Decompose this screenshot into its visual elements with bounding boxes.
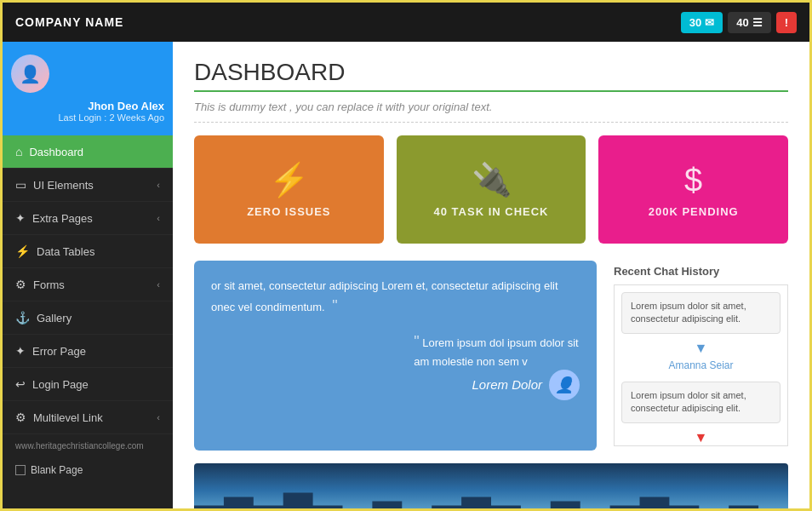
pending-icon: $: [684, 162, 702, 198]
bottom-row: or sit amet, consectetur adipiscing Lore…: [194, 261, 788, 451]
sidebar-item-extra-left: ✦ Extra Pages: [15, 211, 93, 225]
task-badge[interactable]: 40 ☰: [728, 12, 770, 33]
chat-panel: Recent Chat History Lorem ipsum dolor si…: [609, 261, 788, 451]
testimonial-author: Lorem Dolor 👤: [211, 370, 580, 400]
alert-badge[interactable]: !: [776, 12, 797, 33]
sidebar-blank-page[interactable]: Blank Page: [3, 457, 173, 483]
stat-card-tasks[interactable]: 🔌 40 TASK IN CHECK: [397, 135, 586, 244]
stat-card-pending-label: 200K PENDING: [649, 205, 739, 218]
main-layout: 👤 Jhon Deo Alex Last Login : 2 Weeks Ago…: [3, 42, 809, 508]
extra-arrow-icon: ‹: [157, 213, 160, 223]
alert-icon: !: [785, 16, 788, 29]
sidebar-item-login[interactable]: ↩ Login Page: [3, 368, 173, 401]
nav-icons: 30 ✉ 40 ☰ !: [681, 12, 797, 33]
building-silhouette: [194, 489, 788, 508]
forms-arrow-icon: ‹: [157, 279, 160, 290]
sidebar-item-login-label: Login Page: [32, 378, 89, 391]
ui-arrow-icon: ‹: [157, 180, 160, 190]
sidebar-item-multilevel-left: ⚙ Multilevel Link: [15, 411, 103, 424]
sidebar-item-gallery-label: Gallery: [37, 312, 71, 324]
chat-bubble-1: Lorem ipsum dolor sit amet, consectetur …: [621, 292, 781, 334]
sidebar-item-multilevel[interactable]: ⚙ Multilevel Link ‹: [3, 401, 173, 434]
mail-count: 30: [689, 16, 701, 29]
blank-page-label: Blank Page: [31, 464, 83, 476]
mail-icon: ✉: [705, 16, 714, 29]
testimonial-right-text: " Lorem ipsum dol ipsum dolor sit am mol…: [414, 330, 580, 370]
multilevel-icon: ⚙: [15, 411, 26, 424]
sidebar-item-tables[interactable]: ⚡ Data Tables: [3, 235, 173, 268]
bottom-area: [194, 463, 788, 508]
stat-card-issues[interactable]: ⚡ ZERO ISSUES: [194, 135, 384, 244]
avatar: 👤: [11, 55, 49, 93]
sidebar-item-ui-label: UI Elements: [33, 179, 94, 192]
sidebar-item-forms-left: ⚙ Forms: [15, 278, 65, 291]
sidebar-profile: 👤 Jhon Deo Alex Last Login : 2 Weeks Ago: [3, 42, 173, 135]
testimonial-left: or sit amet, consectetur adipiscing Lore…: [211, 279, 558, 313]
sidebar-item-extra-label: Extra Pages: [32, 212, 93, 225]
testimonial-card: or sit amet, consectetur adipiscing Lore…: [194, 261, 597, 451]
sidebar-item-error[interactable]: ✦ Error Page: [3, 335, 173, 368]
tables-icon: ⚡: [15, 244, 30, 258]
avatar-image: 👤: [11, 55, 49, 93]
stat-card-pending[interactable]: $ 200K PENDING: [598, 135, 788, 244]
gallery-icon: ⚓: [15, 311, 30, 324]
testimonial-author-name: Lorem Dolor: [472, 376, 542, 395]
sidebar-item-ui-left: ▭ UI Elements: [15, 178, 94, 192]
sidebar: 👤 Jhon Deo Alex Last Login : 2 Weeks Ago…: [3, 42, 173, 508]
sidebar-item-dashboard[interactable]: ⌂ Dashboard: [3, 135, 173, 169]
sidebar-item-login-left: ↩ Login Page: [15, 377, 89, 391]
stat-cards: ⚡ ZERO ISSUES 🔌 40 TASK IN CHECK $ 200K …: [194, 135, 788, 244]
sidebar-item-dashboard-left: ⌂ Dashboard: [15, 145, 83, 158]
sidebar-item-tables-label: Data Tables: [37, 245, 94, 258]
ui-icon: ▭: [15, 178, 26, 192]
title-divider: [194, 90, 788, 92]
sidebar-item-forms[interactable]: ⚙ Forms ‹: [3, 268, 173, 301]
login-icon: ↩: [15, 377, 26, 391]
top-nav: COMPANY NAME 30 ✉ 40 ☰ !: [3, 3, 809, 42]
company-name: COMPANY NAME: [15, 15, 123, 29]
chat-sender-1: Amanna Seiar: [615, 356, 787, 375]
profile-last-login: Last Login : 2 Weeks Ago: [58, 112, 164, 123]
chat-arrow-1: ▼: [615, 341, 787, 356]
task-count: 40: [736, 16, 748, 29]
testimonial-text: or sit amet, consectetur adipiscing Lore…: [211, 278, 580, 318]
sidebar-item-dashboard-label: Dashboard: [29, 146, 83, 158]
sidebar-item-extra[interactable]: ✦ Extra Pages ‹: [3, 202, 173, 235]
quote-left-icon: ": [414, 333, 419, 350]
tasks-icon: 🔌: [472, 161, 512, 198]
forms-icon: ⚙: [15, 278, 26, 291]
sidebar-item-forms-label: Forms: [33, 278, 65, 291]
sidebar-item-error-label: Error Page: [32, 345, 86, 358]
sidebar-item-ui[interactable]: ▭ UI Elements ‹: [3, 169, 173, 202]
quote-right-icon: ": [332, 295, 337, 318]
chat-scroll[interactable]: Lorem ipsum dolor sit amet, consectetur …: [614, 284, 788, 446]
multilevel-arrow-icon: ‹: [157, 412, 160, 422]
sidebar-item-multilevel-label: Multilevel Link: [33, 411, 103, 424]
sidebar-url: www.heritagechristiancollege.com: [3, 434, 173, 457]
extra-icon: ✦: [15, 211, 26, 225]
city-image: [194, 463, 788, 508]
stat-card-tasks-label: 40 TASK IN CHECK: [434, 205, 549, 218]
dashboard-icon: ⌂: [15, 145, 22, 158]
sidebar-item-gallery[interactable]: ⚓ Gallery: [3, 301, 173, 335]
sidebar-item-gallery-left: ⚓ Gallery: [15, 311, 71, 324]
sidebar-item-tables-left: ⚡ Data Tables: [15, 244, 94, 258]
profile-name: Jhon Deo Alex: [88, 100, 164, 112]
issues-icon: ⚡: [269, 161, 309, 198]
chat-arrow-2: ▼: [615, 430, 787, 445]
stat-card-issues-label: ZERO ISSUES: [247, 205, 330, 218]
testimonial-right: Lorem ipsum dol ipsum dolor sit am moles…: [414, 336, 579, 368]
page-title: DASHBOARD: [194, 59, 788, 86]
content-area: DASHBOARD This is dummy text , you can r…: [173, 42, 809, 508]
chat-title: Recent Chat History: [614, 265, 788, 278]
list-icon: ☰: [752, 16, 763, 29]
subtitle: This is dummy text , you can replace it …: [194, 100, 788, 123]
sidebar-item-error-left: ✦ Error Page: [15, 344, 86, 358]
chat-bubble-2: Lorem ipsum dolor sit amet, consectetur …: [621, 382, 781, 423]
mail-badge[interactable]: 30 ✉: [681, 12, 723, 33]
author-avatar: 👤: [549, 370, 580, 400]
error-icon: ✦: [15, 344, 26, 358]
blank-checkbox-icon: [15, 465, 26, 475]
